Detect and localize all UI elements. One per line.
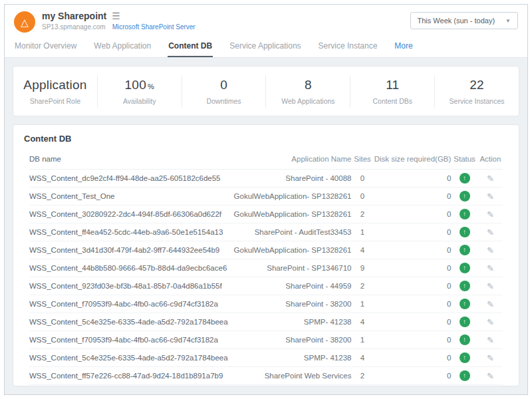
tab-service-applications[interactable]: Service Applications — [229, 35, 301, 57]
tab-monitor-overview[interactable]: Monitor Overview — [14, 35, 77, 57]
action-cell[interactable]: ✎ — [478, 277, 503, 295]
status-up-icon: ↑ — [460, 173, 470, 184]
tab-bar: Monitor Overview Web Application Content… — [5, 35, 527, 58]
status-up-icon: ↑ — [460, 370, 470, 381]
disk-size-cell: 0 — [374, 313, 452, 331]
content-db-table: DB name Application Name Sites Disk size… — [29, 150, 503, 386]
action-cell[interactable]: ✎ — [478, 223, 503, 241]
db-name-cell: WSS_Content_f70953f9-4abc-4fb0-ac66-c9d7… — [29, 295, 228, 313]
action-cell[interactable]: ✎ — [478, 170, 503, 188]
table-row: WSS_Content_f70953f9-4abc-4fb0-ac66-c9d7… — [29, 331, 503, 349]
status-up-icon: ↑ — [460, 227, 470, 237]
table-row: WSS_Content_923fd03e-bf3b-48a1-85b7-0a4d… — [29, 277, 503, 295]
application-name-cell: SharePoint - 40088 — [228, 170, 352, 188]
status-cell: ↑ — [451, 385, 477, 386]
table-row: WSS_Content_GokulSPMP- 4123800↑✎ — [29, 385, 503, 386]
content-db-table-wrap: DB name Application Name Sites Disk size… — [13, 150, 519, 386]
action-cell[interactable]: ✎ — [478, 295, 503, 313]
summary-web-applications: 8 Web Applications — [266, 75, 350, 108]
sites-cell: 9 — [351, 259, 373, 277]
status-up-icon: ↑ — [460, 281, 470, 291]
action-cell[interactable]: ✎ — [478, 188, 503, 205]
action-cell[interactable]: ✎ — [478, 205, 503, 223]
application-name-cell: GokulWebApplication- SP1328261 — [228, 205, 352, 223]
time-range-dropdown[interactable]: This Week (sun - today) ▼ — [410, 12, 518, 29]
summary-value: 11 — [353, 78, 432, 92]
summary-label: Downtimes — [185, 97, 263, 105]
content-db-table-body: WSS_Content_dc9e2cf4-ff94-48de-aa25-6051… — [29, 170, 503, 386]
col-disk-size: Disk size required(GB) — [374, 150, 452, 170]
action-cell[interactable]: ✎ — [478, 367, 503, 385]
action-cell[interactable]: ✎ — [478, 259, 503, 277]
sites-cell: 0 — [351, 170, 373, 188]
edit-pencil-icon[interactable]: ✎ — [487, 174, 494, 184]
table-row: WSS_Content_ff4ea452-5cdc-44eb-a9a6-50e1… — [29, 223, 503, 241]
edit-pencil-icon[interactable]: ✎ — [487, 281, 494, 291]
menu-hamburger-icon[interactable]: ☰ — [112, 11, 120, 21]
edit-pencil-icon[interactable]: ✎ — [487, 371, 494, 381]
status-cell: ↑ — [451, 277, 477, 295]
db-name-cell: WSS_Content_923fd03e-bf3b-48a1-85b7-0a4d… — [29, 277, 228, 295]
application-name-cell: SharePoint Web Services — [228, 367, 352, 385]
col-action: Action — [478, 150, 503, 170]
edit-pencil-icon[interactable]: ✎ — [487, 245, 494, 255]
sites-cell: 2 — [351, 277, 373, 295]
app-frame: △ my Sharepoint ☰ SP13.spmanage.com Micr… — [4, 4, 528, 395]
edit-pencil-icon[interactable]: ✎ — [487, 353, 494, 363]
application-name-cell: GokulWebApplication- SP1328261 — [228, 188, 352, 205]
sites-cell: 2 — [351, 367, 373, 385]
edit-pencil-icon[interactable]: ✎ — [487, 335, 494, 345]
action-cell[interactable]: ✎ — [478, 385, 503, 386]
edit-pencil-icon[interactable]: ✎ — [487, 263, 494, 273]
summary-service-instances: 22 Service Instances — [435, 75, 519, 108]
edit-pencil-icon[interactable]: ✎ — [487, 209, 494, 219]
status-cell: ↑ — [451, 205, 477, 223]
server-type-link[interactable]: Microsoft SharePoint Server — [112, 23, 196, 31]
tab-content-db[interactable]: Content DB — [168, 35, 213, 57]
sites-cell: 4 — [351, 349, 373, 367]
tab-service-instance[interactable]: Service Instance — [318, 35, 378, 57]
status-up-icon: ↑ — [460, 334, 470, 345]
table-row: WSS_Content_5c4e325e-6335-4ade-a5d2-792a… — [29, 313, 503, 331]
db-name-cell: WSS_Content_Test_One — [29, 188, 228, 205]
application-name-cell: SPMP- 41238 — [228, 313, 352, 331]
action-cell[interactable]: ✎ — [478, 349, 503, 367]
sites-cell: 1 — [351, 331, 373, 349]
db-name-cell: WSS_Content_3d41d30f-479f-4ab2-9ff7-6449… — [29, 241, 228, 259]
status-cell: ↑ — [451, 331, 477, 349]
disk-size-cell: 0 — [374, 385, 452, 386]
status-cell: ↑ — [451, 295, 477, 313]
summary-value: 100% — [100, 78, 179, 92]
status-cell: ↑ — [451, 223, 477, 241]
status-up-icon: ↑ — [460, 191, 470, 201]
db-name-cell: WSS_Content_44b8b580-9666-457b-88d4-da9e… — [29, 259, 228, 277]
tab-web-application[interactable]: Web Application — [93, 35, 152, 57]
summary-downtimes: 0 Downtimes — [182, 75, 267, 108]
edit-pencil-icon[interactable]: ✎ — [487, 317, 494, 327]
table-row: WSS_Content_f70953f9-4abc-4fb0-ac66-c9d7… — [29, 295, 503, 313]
edit-pencil-icon[interactable]: ✎ — [487, 299, 494, 309]
application-name-cell: SharePoint - 38200 — [228, 295, 352, 313]
action-cell[interactable]: ✎ — [478, 241, 503, 259]
disk-size-cell: 0 — [374, 349, 452, 367]
status-cell: ↑ — [451, 170, 477, 188]
action-cell[interactable]: ✎ — [478, 331, 503, 349]
status-up-icon: ↑ — [460, 299, 470, 309]
tab-more[interactable]: More — [394, 35, 413, 57]
page-title: my Sharepoint — [42, 11, 106, 21]
alert-triangle-icon: △ — [14, 11, 35, 33]
col-db-name: DB name — [29, 150, 228, 170]
table-row: WSS_Content_5c4e325e-6335-4ade-a5d2-792a… — [29, 349, 503, 367]
content-db-card: Content DB DB name Application Name Site… — [13, 124, 519, 386]
edit-pencil-icon[interactable]: ✎ — [487, 227, 494, 237]
header: △ my Sharepoint ☰ SP13.spmanage.com Micr… — [5, 5, 527, 35]
table-row: WSS_Content_30280922-2dc4-494f-85df-6630… — [29, 205, 503, 223]
sites-cell: 4 — [351, 313, 373, 331]
action-cell[interactable]: ✎ — [478, 313, 503, 331]
status-cell: ↑ — [451, 241, 477, 259]
content-db-title: Content DB — [13, 125, 519, 150]
db-name-cell: WSS_Content_5c4e325e-6335-4ade-a5d2-792a… — [29, 349, 228, 367]
sites-cell: 0 — [351, 188, 373, 205]
edit-pencil-icon[interactable]: ✎ — [487, 192, 494, 201]
disk-size-cell: 0 — [374, 205, 452, 223]
